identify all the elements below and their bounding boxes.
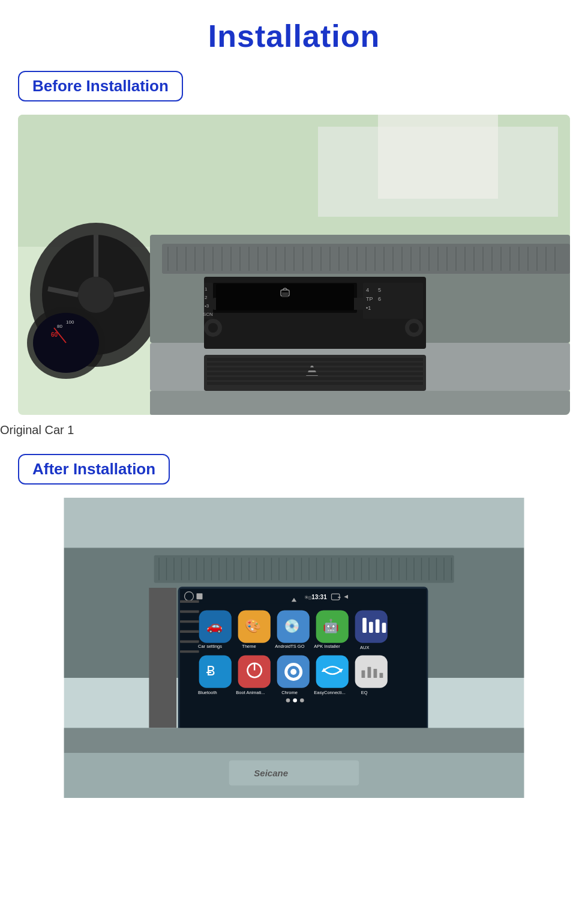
svg-text:EasyConnecti...: EasyConnecti...: [314, 690, 346, 695]
svg-text:Seicane: Seicane: [254, 768, 288, 778]
svg-point-182: [290, 669, 296, 675]
svg-text:TP: TP: [366, 296, 373, 302]
svg-text:Chrome: Chrome: [281, 690, 298, 695]
svg-text:AUX: AUX: [360, 645, 369, 650]
before-car-svg: 60 80 100: [18, 115, 570, 415]
svg-rect-169: [376, 620, 380, 633]
svg-marker-150: [338, 597, 340, 598]
svg-rect-188: [355, 656, 388, 688]
svg-text:Bluetooth: Bluetooth: [198, 690, 217, 695]
svg-rect-144: [180, 589, 426, 604]
svg-text:Ƀ: Ƀ: [206, 663, 215, 678]
svg-text:◎: ◎: [308, 595, 312, 600]
svg-point-196: [300, 698, 304, 702]
before-image-caption: Original Car 1: [0, 423, 74, 437]
svg-rect-201: [180, 641, 199, 643]
svg-rect-175: [238, 656, 271, 688]
svg-text:60: 60: [51, 331, 58, 338]
svg-rect-202: [180, 650, 199, 653]
svg-text:5: 5: [378, 287, 381, 293]
svg-rect-200: [180, 630, 199, 633]
svg-rect-94: [207, 377, 423, 380]
svg-point-194: [286, 698, 290, 702]
svg-rect-190: [368, 667, 371, 678]
svg-rect-198: [180, 611, 199, 613]
svg-point-68: [409, 323, 419, 333]
svg-rect-170: [382, 623, 386, 633]
page-title: Installation: [208, 18, 380, 54]
svg-rect-91: [207, 363, 423, 366]
before-installation-image: 60 80 100: [18, 115, 570, 415]
svg-rect-100: [154, 555, 454, 583]
svg-text:🎨: 🎨: [245, 618, 262, 634]
svg-text:APK Installer: APK Installer: [314, 644, 340, 649]
svg-rect-92: [207, 367, 423, 370]
after-installation-badge: After Installation: [18, 454, 170, 485]
svg-text:AndroidTS GO: AndroidTS GO: [275, 644, 304, 649]
svg-rect-192: [380, 673, 383, 678]
svg-text:Boot Animati...: Boot Animati...: [236, 690, 265, 695]
svg-rect-199: [180, 620, 199, 623]
svg-text:EQ: EQ: [361, 690, 368, 695]
svg-text:🚗: 🚗: [206, 618, 223, 634]
svg-rect-87: [282, 292, 288, 297]
svg-point-66: [208, 323, 218, 333]
svg-rect-197: [180, 600, 199, 603]
svg-rect-141: [149, 588, 176, 728]
before-installation-label: Before Installation: [32, 77, 169, 95]
svg-rect-90: [207, 358, 423, 361]
svg-rect-184: [316, 656, 349, 688]
svg-rect-96: [150, 391, 570, 415]
svg-rect-168: [369, 622, 373, 633]
svg-text:4: 4: [366, 287, 369, 293]
after-installation-label: After Installation: [32, 460, 155, 479]
svg-rect-203: [426, 589, 427, 730]
svg-text:🤖: 🤖: [323, 618, 340, 634]
svg-rect-98: [64, 498, 524, 548]
svg-rect-189: [362, 671, 365, 678]
svg-text:SCN: SCN: [203, 312, 213, 317]
after-installation-image: 13:31 ✳ ◎ 🚗 Car settings 🎨 Theme 💿 Andro…: [18, 498, 570, 798]
svg-text:80: 80: [57, 324, 62, 329]
svg-point-195: [293, 698, 297, 702]
svg-text:•3: •3: [205, 303, 209, 309]
svg-text:•1: •1: [366, 305, 371, 311]
svg-text:Theme: Theme: [242, 644, 256, 649]
before-installation-badge: Before Installation: [18, 71, 183, 101]
svg-rect-146: [197, 593, 203, 599]
svg-text:💿: 💿: [284, 618, 301, 634]
svg-text:13:31: 13:31: [311, 594, 327, 600]
after-car-svg: 13:31 ✳ ◎ 🚗 Car settings 🎨 Theme 💿 Andro…: [18, 498, 570, 798]
svg-rect-167: [362, 618, 367, 633]
svg-rect-95: [207, 382, 423, 385]
svg-rect-206: [229, 761, 359, 786]
svg-text:6: 6: [378, 296, 381, 302]
svg-point-6: [78, 277, 114, 313]
svg-rect-204: [64, 728, 524, 753]
svg-rect-191: [374, 669, 377, 678]
svg-text:1: 1: [205, 286, 208, 292]
svg-text:2: 2: [205, 295, 208, 300]
svg-text:Car settings: Car settings: [198, 644, 222, 649]
svg-rect-3: [378, 115, 498, 199]
svg-text:100: 100: [66, 319, 74, 325]
svg-rect-93: [207, 372, 423, 375]
